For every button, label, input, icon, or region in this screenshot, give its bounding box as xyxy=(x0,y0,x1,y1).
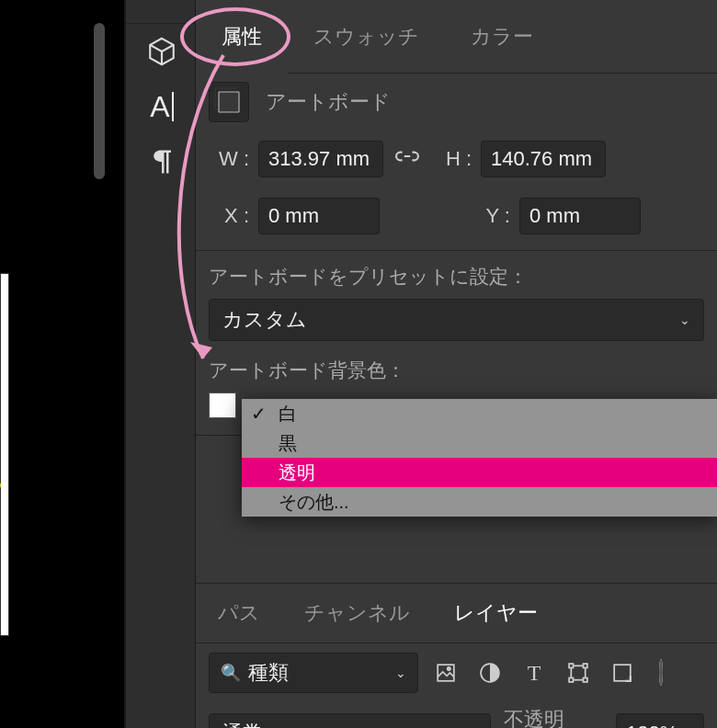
left-toolbar: A xyxy=(124,0,196,728)
properties-panel: 属性 スウォッチ カラー アートボード W : H : X : Y : xyxy=(196,0,717,728)
tab-properties[interactable]: 属性 xyxy=(196,0,288,74)
preset-section-label: アートボードをプリセットに設定： xyxy=(209,264,704,290)
artboard-label: アートボード xyxy=(266,88,391,116)
tab-paths[interactable]: パス xyxy=(196,583,282,643)
vertical-scrollbar[interactable] xyxy=(94,23,105,179)
artboard-icon xyxy=(209,82,249,122)
tab-channels[interactable]: チャンネル xyxy=(282,583,432,643)
panel-tabs-top: 属性 スウォッチ カラー xyxy=(196,0,717,74)
type-tool-icon[interactable]: A xyxy=(126,79,198,134)
bgcolor-option-label: 黒 xyxy=(279,431,297,456)
x-label: X : xyxy=(209,204,249,228)
preset-select[interactable]: カスタム ⌄ xyxy=(209,299,704,341)
svg-rect-6 xyxy=(569,678,573,682)
filter-shape-icon[interactable] xyxy=(567,662,589,684)
filter-toggle[interactable] xyxy=(655,661,663,685)
blend-mode-value: 通常 xyxy=(222,720,263,728)
tab-layers[interactable]: レイヤー xyxy=(432,583,560,643)
width-label: W : xyxy=(209,147,249,171)
svg-rect-8 xyxy=(614,665,631,681)
svg-rect-0 xyxy=(438,665,454,681)
blend-mode-select[interactable]: 通常 ⌄ xyxy=(209,713,491,728)
height-input[interactable] xyxy=(481,141,606,177)
3d-tool-icon[interactable] xyxy=(126,24,198,79)
layer-filter-select[interactable]: 🔍 種類 ⌄ xyxy=(209,653,418,693)
bgcolor-option-label: 白 xyxy=(279,402,297,427)
bgcolor-swatch[interactable] xyxy=(209,392,236,418)
filter-pixel-icon[interactable] xyxy=(435,662,457,684)
opacity-label: 不透明度： xyxy=(504,706,603,728)
x-input[interactable] xyxy=(258,198,380,234)
y-input[interactable] xyxy=(519,198,641,234)
bgcolor-option-other[interactable]: その他... xyxy=(242,487,717,517)
filter-type-icon[interactable]: T xyxy=(523,662,545,684)
bgcolor-option-label: 透明 xyxy=(279,461,315,485)
chevron-down-icon: ⌄ xyxy=(679,313,690,327)
bgcolor-dropdown: ✓ 白 黒 透明 その他... xyxy=(242,399,717,517)
layer-filter-icons: T xyxy=(435,661,663,685)
tab-swatches[interactable]: スウォッチ xyxy=(288,0,445,74)
filter-smartobject-icon[interactable] xyxy=(611,662,633,684)
tab-color[interactable]: カラー xyxy=(445,0,559,74)
filter-adjustment-icon[interactable] xyxy=(479,662,501,684)
svg-rect-4 xyxy=(569,664,573,667)
bgcolor-option-label: その他... xyxy=(279,490,349,515)
layers-controls: 🔍 種類 ⌄ T 通常 ⌄ 不透明度： 100% ⌄ xyxy=(196,643,717,728)
document-canvas-sliver xyxy=(0,273,9,636)
panel-tabs-bottom: パス チャンネル レイヤー xyxy=(196,583,717,643)
check-icon: ✓ xyxy=(251,403,267,425)
bgcolor-label: アートボード背景色： xyxy=(209,358,704,383)
tool-separator xyxy=(126,0,198,24)
link-dimensions-icon[interactable] xyxy=(393,146,422,172)
paragraph-tool-icon[interactable] xyxy=(126,134,198,189)
bgcolor-option-black[interactable]: 黒 xyxy=(242,428,717,458)
chevron-down-icon: ⌄ xyxy=(395,665,406,680)
svg-rect-7 xyxy=(584,678,587,682)
svg-rect-5 xyxy=(584,664,587,667)
bgcolor-option-white[interactable]: ✓ 白 xyxy=(242,399,717,428)
width-input[interactable] xyxy=(258,141,383,177)
opacity-value: 100% xyxy=(626,722,677,728)
artboard-properties-section: アートボード W : H : X : Y : アートボードをプリセットに設定： … xyxy=(196,74,717,436)
svg-point-1 xyxy=(448,667,450,670)
opacity-input[interactable]: 100% ⌄ xyxy=(616,713,704,728)
height-label: H : xyxy=(431,147,472,171)
search-icon: 🔍 xyxy=(221,663,241,683)
layer-filter-value: 種類 xyxy=(248,659,289,687)
bgcolor-option-transparent[interactable]: 透明 xyxy=(242,458,717,487)
y-label: Y : xyxy=(470,204,510,228)
preset-value: カスタム xyxy=(222,306,307,334)
